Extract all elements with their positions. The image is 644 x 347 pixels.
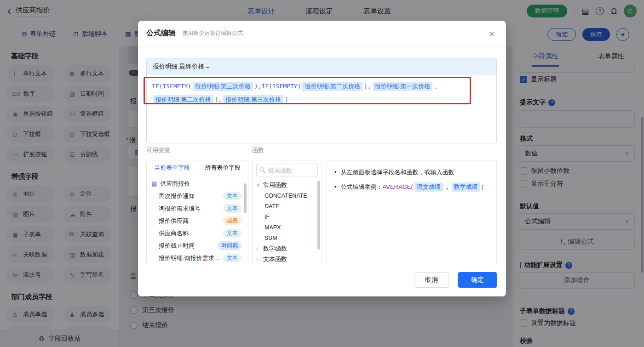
variable-item[interactable]: 供应商名称文本: [147, 227, 248, 239]
example-prefix: 公式编辑举例：: [341, 183, 383, 190]
function-item-sum[interactable]: SUM: [253, 233, 322, 243]
type-badge: 时间戳: [218, 241, 242, 250]
caret-right-icon: ›: [256, 256, 261, 262]
variable-name: 供应商名称: [159, 229, 223, 238]
function-item-concatenate[interactable]: CONCATENATE: [253, 190, 322, 201]
field-chip: 报价明细.第一次价格: [373, 82, 433, 91]
field-chip: 报价明细.第二次价格: [302, 82, 362, 91]
function-item-mapx[interactable]: MAPX: [253, 222, 322, 233]
formula-target-expression: 报价明细.最终价格 =: [147, 58, 496, 75]
formula-editor[interactable]: 报价明细.最终价格 = IF(ISEMPTY(报价明细.第三次价格),IF(IS…: [146, 58, 497, 143]
confirm-button[interactable]: 确定: [458, 272, 497, 288]
search-icon: [260, 167, 265, 173]
function-name-token: AVERAGE(: [383, 183, 413, 190]
function-search-box[interactable]: [256, 164, 318, 176]
available-variables-label: 可用变量: [146, 146, 170, 154]
function-item-if[interactable]: IF: [253, 211, 322, 222]
field-chip: 报价明细.第三次价格: [223, 95, 283, 104]
form-doc-icon: ▤: [151, 180, 157, 187]
type-badge: 文本: [223, 229, 242, 238]
function-group-common[interactable]: ∨常用函数: [253, 180, 322, 190]
functions-scrollbar[interactable]: [317, 181, 320, 250]
variable-item[interactable]: 询报价需求编号文本: [147, 202, 248, 215]
group-label: 常用函数: [263, 181, 287, 189]
field-chip: 报价明细.第三次价格: [193, 82, 253, 91]
type-badge: 成员: [223, 216, 242, 225]
variable-name: 报价明细.询报价需求...: [159, 254, 223, 262]
function-group-math[interactable]: ›数学函数: [253, 243, 322, 254]
function-search-input[interactable]: [268, 167, 314, 174]
formula-line-1: IF(ISEMPTY(报价明细.第三次价格),IF(ISEMPTY(报价明细.第…: [152, 80, 491, 93]
type-badge: 文本: [223, 204, 242, 213]
close-icon[interactable]: ✕: [489, 29, 495, 39]
type-badge: 文本: [223, 192, 242, 200]
dialog-header: 公式编辑 使用数学运算符编辑公式: [138, 21, 506, 46]
dialog-title: 公式编辑: [146, 28, 176, 38]
type-badge: 文本: [223, 254, 242, 262]
variable-item[interactable]: 报价截止时间时间戳: [147, 239, 248, 252]
tab-current-form-fields[interactable]: 当前表单字段: [147, 160, 197, 175]
functions-panel: ∨常用函数 CONCATENATE DATE IF MAPX SUM ›数学函数…: [252, 160, 322, 264]
dialog-subtitle: 使用数学运算符编辑公式: [182, 29, 243, 37]
variable-name: 再次报价通知: [159, 192, 223, 200]
variable-tree-root[interactable]: ▤ 供应商报价: [147, 177, 248, 190]
variables-panel: 当前表单字段 所有表单字段 ▤ 供应商报价 再次报价通知文本 询报价需求编号文本…: [146, 160, 248, 264]
group-label: 文本函数: [263, 255, 287, 263]
variable-name: 报价供应商: [159, 217, 223, 225]
root-label: 供应商报价: [160, 180, 190, 188]
field-chip: 报价明细.第二次价格: [153, 95, 213, 104]
functions-label: 函数: [252, 146, 264, 154]
formula-line-2: 报价明细.第二次价格),报价明细.第三次价格): [152, 93, 491, 106]
formula-edit-dialog: 公式编辑 使用数学运算符编辑公式 ✕ 报价明细.最终价格 = IF(ISEMPT…: [138, 21, 506, 296]
variable-name: 询报价需求编号: [159, 205, 223, 213]
function-group-text[interactable]: ›文本函数: [253, 254, 322, 264]
variable-item[interactable]: 报价供应商成员: [147, 215, 248, 227]
variables-scrollbar[interactable]: [244, 183, 247, 213]
formula-code-area[interactable]: IF(ISEMPTY(报价明细.第三次价格),IF(ISEMPTY(报价明细.第…: [147, 75, 496, 110]
variable-name: 报价截止时间: [159, 242, 218, 250]
tab-all-form-fields[interactable]: 所有表单字段: [197, 160, 248, 175]
help-tip-2: 公式编辑举例：AVERAGE(语文成绩，数学成绩): [334, 181, 489, 193]
caret-right-icon: ›: [256, 246, 261, 251]
help-tip-1: 从左侧面板选择字段名和函数，或输入函数: [334, 166, 489, 178]
field-chip: 语文成绩: [414, 182, 443, 192]
function-close-token: ): [482, 183, 483, 190]
field-chip: 数学成绩: [452, 182, 480, 192]
cancel-button[interactable]: 取消: [414, 272, 449, 288]
caret-down-icon: ∨: [256, 182, 261, 188]
group-label: 数学函数: [263, 245, 287, 253]
function-item-date[interactable]: DATE: [253, 201, 322, 211]
variable-item[interactable]: 再次报价通知文本: [147, 190, 248, 202]
help-panel: 从左侧面板选择字段名和函数，或输入函数 公式编辑举例：AVERAGE(语文成绩，…: [327, 160, 497, 264]
separator: ，: [444, 183, 450, 190]
variable-item[interactable]: 报价明细.询报价需求...文本: [147, 252, 248, 264]
